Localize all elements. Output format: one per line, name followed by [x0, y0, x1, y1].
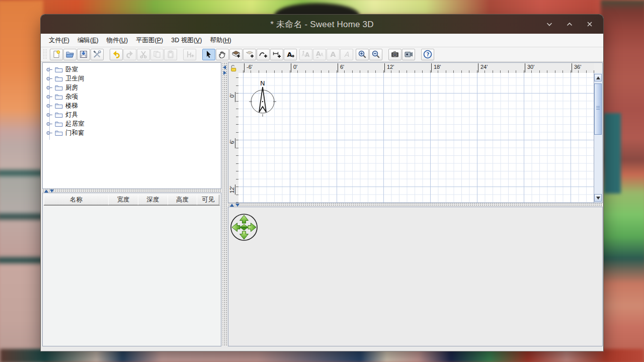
- column-header-depth[interactable]: 深度: [138, 195, 168, 205]
- italic-button[interactable]: A: [340, 49, 353, 60]
- move-backward-arrow-icon[interactable]: [240, 231, 249, 239]
- column-header-name[interactable]: 名称: [44, 195, 109, 205]
- create-rooms-button[interactable]: [243, 49, 256, 60]
- create-polylines-button[interactable]: [257, 49, 270, 60]
- plan-canvas[interactable]: N: [238, 73, 594, 203]
- paste-button[interactable]: [164, 49, 177, 60]
- zoom-out-button[interactable]: [369, 49, 382, 60]
- add-text-button[interactable]: A: [284, 49, 297, 60]
- look-down-icon[interactable]: [240, 227, 248, 230]
- plan-3d-splitter[interactable]: [228, 203, 603, 207]
- pan-mode-icon: [218, 50, 227, 59]
- new-home-button[interactable]: [50, 49, 63, 60]
- save-home-icon: [79, 50, 88, 59]
- menu-3d-view[interactable]: 3D 视图(V): [167, 34, 206, 47]
- preferences-button[interactable]: [91, 49, 104, 60]
- svg-text:A: A: [344, 50, 349, 58]
- help-icon: ?: [423, 50, 432, 59]
- cut-icon: [139, 50, 148, 59]
- catalog-category-living-room[interactable]: 起居室: [43, 119, 221, 128]
- tree-expand-handle-icon[interactable]: [46, 113, 53, 117]
- create-walls-button[interactable]: [229, 49, 243, 60]
- menu-help[interactable]: 帮助(H): [206, 34, 235, 47]
- tree-expand-handle-icon[interactable]: [46, 85, 53, 90]
- undo-icon: [112, 50, 121, 59]
- tree-expand-handle-icon[interactable]: [46, 104, 53, 108]
- minimize-button[interactable]: [543, 18, 556, 31]
- catalog-category-doors-windows[interactable]: 门和窗: [43, 128, 221, 137]
- tree-expand-handle-icon[interactable]: [46, 122, 53, 126]
- splitter-collapse-right-icon[interactable]: [223, 71, 226, 75]
- tree-expand-handle-icon[interactable]: [46, 95, 53, 99]
- vertical-ruler: 0' 6' 12': [228, 73, 239, 203]
- select-mode-button[interactable]: [202, 49, 215, 60]
- decrease-text-size-button[interactable]: AA: [313, 49, 326, 60]
- create-photo-button[interactable]: [388, 49, 401, 60]
- preferences-icon: [93, 50, 102, 59]
- undo-button[interactable]: [110, 49, 123, 60]
- turn-left-arrow-icon[interactable]: [232, 223, 240, 232]
- view-3d-panel[interactable]: [228, 207, 603, 346]
- create-dimensions-button[interactable]: [270, 49, 283, 60]
- toolbar-grip[interactable]: [43, 49, 47, 60]
- create-polylines-icon: [259, 50, 268, 59]
- ruler-label: 6': [229, 138, 235, 148]
- bold-icon: A: [329, 50, 338, 59]
- add-furniture-button[interactable]: [183, 49, 196, 60]
- splitter-collapse-left-icon[interactable]: [223, 65, 226, 69]
- create-dimensions-icon: [272, 50, 281, 59]
- scrollbar-up-button[interactable]: [594, 74, 602, 81]
- titlebar[interactable]: * 未命名 - Sweet Home 3D: [41, 15, 603, 34]
- turn-right-arrow-icon[interactable]: [248, 223, 256, 232]
- unlocked-padlock-icon[interactable]: [230, 64, 237, 72]
- pan-mode-button[interactable]: [216, 49, 229, 60]
- increase-text-size-button[interactable]: AA: [299, 49, 312, 60]
- cut-button[interactable]: [137, 49, 150, 60]
- catalog-category-staircase[interactable]: 楼梯: [43, 101, 221, 110]
- plan-vertical-scrollbar[interactable]: [594, 73, 602, 203]
- ruler-label: 6': [338, 63, 344, 72]
- folder-icon: [55, 84, 63, 90]
- zoom-in-button[interactable]: [356, 49, 369, 60]
- column-header-visible[interactable]: 可见: [197, 195, 219, 205]
- app-window: * 未命名 - Sweet Home 3D 文件(F) 编辑(E) 物件(U) …: [40, 14, 604, 351]
- bold-button[interactable]: A: [327, 49, 340, 60]
- tree-expand-handle-icon[interactable]: [46, 67, 53, 72]
- scrollbar-down-button[interactable]: [594, 194, 602, 202]
- menu-plan[interactable]: 平面图(P): [132, 34, 167, 47]
- help-button[interactable]: ?: [421, 49, 434, 60]
- maximize-button[interactable]: [563, 18, 576, 31]
- redo-button[interactable]: [123, 49, 136, 60]
- tree-expand-handle-icon[interactable]: [46, 76, 53, 81]
- add-text-icon: A: [286, 50, 295, 59]
- catalog-category-bedroom[interactable]: 卧室: [43, 65, 221, 74]
- catalog-plan-splitter[interactable]: [222, 62, 227, 346]
- open-home-button[interactable]: [63, 49, 76, 60]
- menu-file[interactable]: 文件(F): [45, 34, 73, 47]
- view-3d-navigation-control[interactable]: [229, 213, 259, 242]
- catalog-table-splitter[interactable]: [42, 189, 221, 193]
- furniture-list-panel[interactable]: 名称 宽度 深度 高度 可见: [42, 193, 221, 346]
- window-title: * 未命名 - Sweet Home 3D: [270, 19, 373, 30]
- compass-rose[interactable]: N: [247, 79, 279, 117]
- menu-edit[interactable]: 编辑(E): [73, 34, 103, 47]
- catalog-category-bathroom[interactable]: 卫生间: [43, 74, 221, 83]
- column-header-height[interactable]: 高度: [168, 195, 197, 205]
- look-up-icon[interactable]: [240, 224, 248, 227]
- save-home-button[interactable]: [77, 49, 90, 60]
- svg-text:A: A: [287, 51, 292, 58]
- catalog-category-kitchen[interactable]: 厨房: [43, 83, 221, 92]
- menu-furniture[interactable]: 物件(U): [103, 34, 132, 47]
- catalog-category-lights[interactable]: 灯具: [43, 110, 221, 119]
- create-photo-icon: [390, 50, 399, 59]
- copy-button[interactable]: [150, 49, 164, 60]
- move-forward-arrow-icon[interactable]: [240, 215, 249, 223]
- redo-icon: [125, 50, 134, 59]
- tree-expand-handle-icon[interactable]: [46, 131, 53, 135]
- scrollbar-thumb[interactable]: [594, 83, 602, 135]
- create-video-button[interactable]: [402, 49, 415, 60]
- close-button[interactable]: [583, 18, 596, 31]
- catalog-category-miscellaneous[interactable]: 杂项: [43, 92, 221, 101]
- svg-text:?: ?: [426, 51, 429, 58]
- column-header-width[interactable]: 宽度: [108, 195, 138, 205]
